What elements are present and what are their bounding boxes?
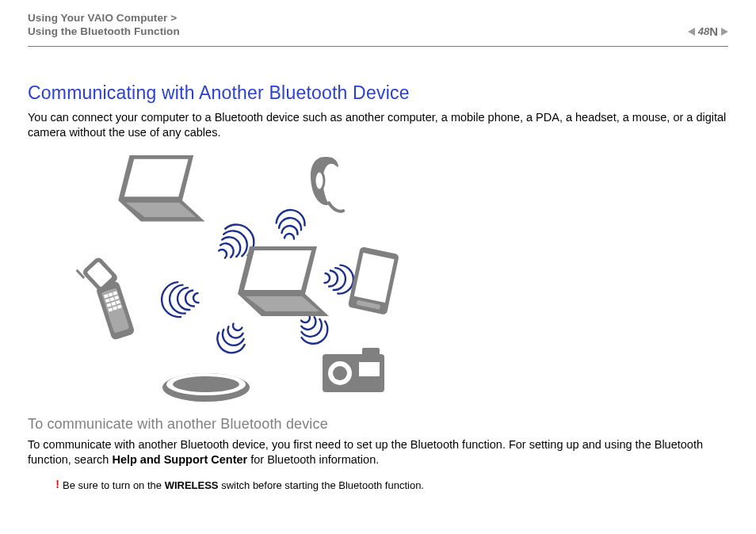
nav-next-icon[interactable] [721, 28, 728, 36]
svg-rect-13 [362, 348, 380, 357]
svg-rect-16 [359, 362, 380, 376]
warning-note: ! Be sure to turn on the WIRELESS switch… [28, 479, 728, 492]
waves-down [212, 319, 250, 357]
bluetooth-illustration [59, 151, 432, 405]
svg-point-15 [333, 366, 347, 380]
svg-marker-1 [244, 250, 311, 290]
instruction-paragraph: To communicate with another Bluetooth de… [28, 437, 728, 467]
svg-marker-5 [124, 159, 189, 197]
waves-right [323, 264, 354, 295]
page-header: Using Your VAIO Computer > Using the Blu… [28, 11, 728, 47]
camera-icon [323, 348, 384, 392]
note-bold: WIRELESS [165, 479, 219, 491]
laptop-second-icon [118, 155, 204, 222]
headset-icon [311, 157, 343, 212]
page-navigation: 48 N [688, 25, 728, 38]
note-prefix: Be sure to turn on the [63, 479, 165, 491]
svg-point-19 [173, 376, 239, 392]
nav-prev-icon[interactable] [688, 28, 695, 36]
laptop-center-icon [238, 246, 329, 316]
breadcrumb-line-1: Using Your VAIO Computer > [28, 11, 728, 25]
section-title: Communicating with Another Bluetooth Dev… [28, 82, 728, 104]
pda-icon [348, 246, 399, 315]
page-number: 48 [698, 25, 709, 37]
page-n-letter: N [709, 25, 718, 38]
breadcrumb-line-2: Using the Bluetooth Function [28, 25, 728, 38]
waves-up [275, 209, 306, 240]
subsection-heading: To communicate with another Bluetooth de… [28, 416, 728, 433]
warning-icon: ! [28, 479, 63, 490]
note-suffix: switch before starting the Bluetooth fun… [219, 479, 424, 491]
svg-point-8 [315, 171, 324, 190]
waves-left [160, 280, 200, 318]
para2-part-b: for Bluetooth information. [247, 453, 379, 466]
mouse-icon [162, 373, 250, 402]
para2-bold: Help and Support Center [112, 453, 247, 466]
intro-paragraph: You can connect your computer to a Bluet… [28, 110, 728, 140]
flip-phone-icon [74, 252, 137, 345]
warning-text: Be sure to turn on the WIRELESS switch b… [63, 479, 424, 492]
